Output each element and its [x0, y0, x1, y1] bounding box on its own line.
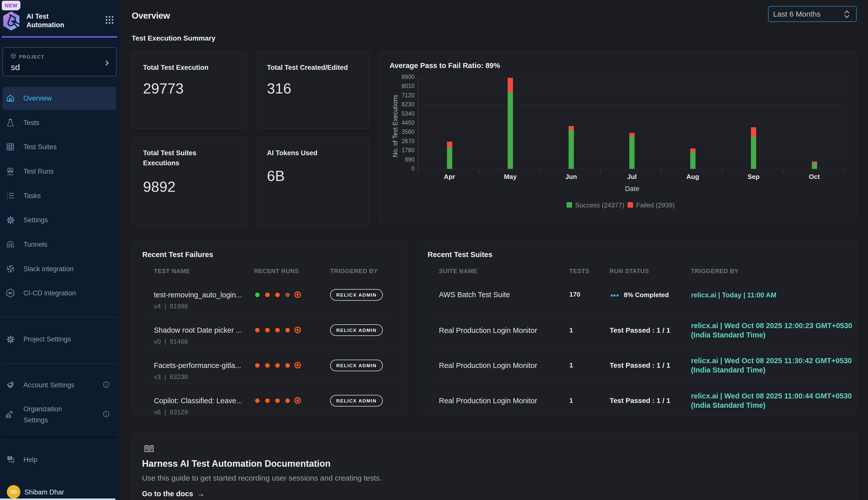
svg-text:?: ? — [9, 456, 11, 460]
